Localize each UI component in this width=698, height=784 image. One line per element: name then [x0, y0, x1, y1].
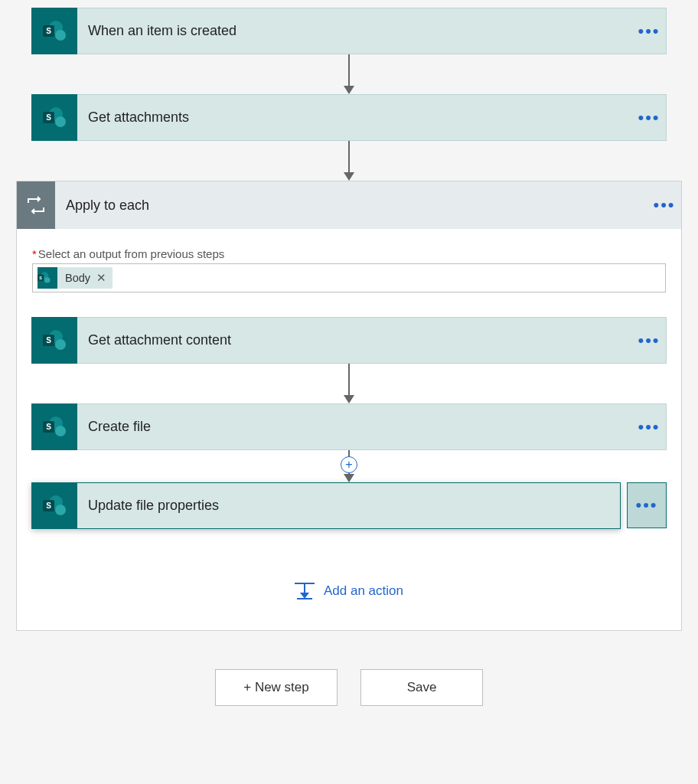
insert-step-button[interactable]: + [341, 456, 357, 473]
token-label: Body [65, 272, 90, 284]
footer-buttons: + New step Save [215, 669, 483, 706]
sharepoint-icon: S [31, 403, 77, 450]
connector-arrow[interactable]: + [344, 450, 354, 482]
connector-arrow[interactable] [344, 141, 354, 181]
card-menu-button[interactable]: ••• [647, 195, 681, 215]
card-title: Get attachments [77, 109, 632, 126]
card-menu-button[interactable]: ••• [632, 404, 666, 450]
card-title: Get attachment content [77, 332, 632, 348]
loop-icon [17, 181, 55, 229]
connector-arrow[interactable] [344, 364, 354, 403]
flow-canvas: S When an item is created ••• S Get atta… [0, 8, 698, 706]
apply-to-each-header[interactable]: Apply to each ••• [17, 181, 681, 229]
create-file-card[interactable]: S Create file ••• [31, 403, 667, 450]
loop-body: *Select an output from previous steps S … [17, 229, 681, 630]
card-menu-button[interactable]: ••• [632, 318, 666, 364]
add-action-button[interactable]: Add an action [295, 583, 403, 599]
save-button[interactable]: Save [360, 669, 483, 706]
update-file-properties-card[interactable]: S Update file properties [31, 482, 621, 529]
token-remove-icon[interactable]: ✕ [96, 272, 106, 284]
card-title: Create file [77, 419, 632, 435]
sharepoint-icon: S [31, 8, 77, 54]
trigger-card[interactable]: S When an item is created ••• [31, 8, 667, 54]
new-step-button[interactable]: + New step [215, 669, 338, 706]
add-action-icon [295, 583, 315, 599]
card-menu-button[interactable]: ••• [632, 8, 666, 54]
card-menu-button[interactable]: ••• [627, 482, 667, 528]
output-selector-input[interactable]: S Body ✕ [32, 263, 666, 292]
sharepoint-icon: S [31, 317, 77, 364]
card-menu-button[interactable]: ••• [632, 95, 666, 141]
get-attachment-content-card[interactable]: S Get attachment content ••• [31, 317, 667, 364]
card-title: Update file properties [77, 498, 620, 514]
sharepoint-icon: S [31, 94, 77, 141]
sharepoint-icon: S [38, 267, 57, 289]
field-label: *Select an output from previous steps [32, 247, 666, 260]
dynamic-content-token[interactable]: S Body ✕ [38, 267, 113, 289]
card-title: When an item is created [77, 23, 632, 39]
get-attachments-card[interactable]: S Get attachments ••• [31, 94, 667, 141]
connector-arrow[interactable] [344, 54, 354, 94]
sharepoint-icon: S [31, 482, 77, 529]
loop-title: Apply to each [55, 198, 647, 214]
apply-to-each-container: Apply to each ••• *Select an output from… [16, 181, 682, 631]
